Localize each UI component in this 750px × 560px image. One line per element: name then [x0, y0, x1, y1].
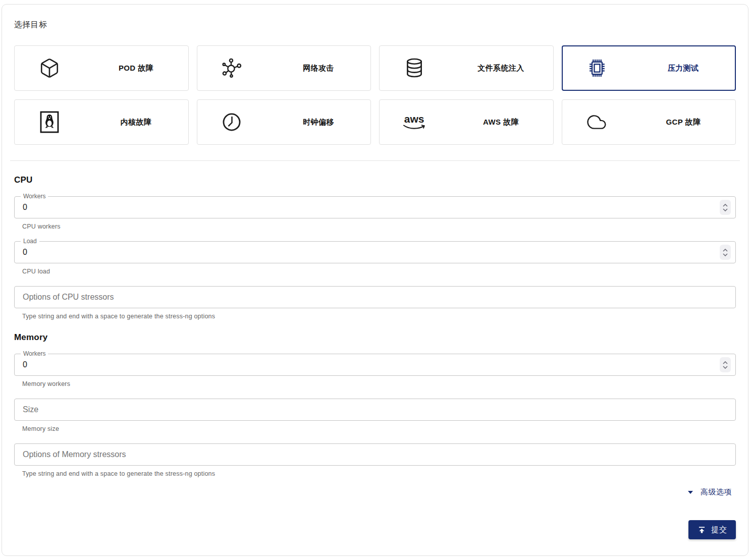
number-stepper[interactable] — [720, 357, 731, 372]
memory-options-helper: Type string and end with a space to gene… — [22, 470, 728, 477]
publish-icon — [697, 525, 707, 535]
memory-workers-helper: Memory workers — [22, 380, 728, 387]
cpu-options-field — [14, 286, 736, 308]
clock-icon — [197, 111, 266, 133]
cpu-load-helper: CPU load — [22, 268, 728, 275]
target-card-label: 内核故障 — [121, 118, 152, 127]
chevron-up-icon — [723, 204, 728, 207]
target-card-gcp-fault[interactable]: GCP 故障 — [562, 99, 736, 145]
target-card-network-attack[interactable]: 网络攻击 — [197, 45, 371, 91]
chevron-down-icon — [723, 253, 728, 256]
chevron-down-icon — [723, 208, 728, 211]
target-card-label: 网络攻击 — [303, 64, 334, 73]
number-stepper[interactable] — [720, 245, 731, 260]
target-card-filesystem-inject[interactable]: 文件系统注入 — [379, 45, 554, 91]
target-picker-section: 选择目标 POD 故障 — [2, 5, 748, 145]
chevron-down-icon — [723, 366, 728, 369]
memory-workers-input[interactable] — [15, 354, 735, 375]
target-picker-title: 选择目标 — [14, 20, 736, 30]
memory-size-field — [14, 399, 736, 421]
network-nodes-icon — [197, 58, 266, 79]
cpu-workers-field: Workers — [14, 196, 736, 218]
target-card-label: 时钟偏移 — [303, 118, 334, 127]
advanced-options-toggle[interactable]: 高级选项 — [14, 487, 736, 497]
memory-workers-label: Workers — [21, 350, 48, 357]
target-card-pod-fault[interactable]: POD 故障 — [14, 45, 189, 91]
memory-section-heading: Memory — [14, 332, 736, 343]
cpu-load-field: Load — [14, 241, 736, 263]
target-card-label: 压力测试 — [668, 64, 699, 73]
submit-button[interactable]: 提交 — [688, 520, 736, 539]
memory-size-helper: Memory size — [22, 425, 728, 432]
experiment-panel: 选择目标 POD 故障 — [2, 4, 748, 556]
target-card-label: 文件系统注入 — [477, 64, 524, 73]
cube-icon — [15, 58, 84, 79]
target-card-label: AWS 故障 — [483, 118, 519, 127]
cpu-workers-label: Workers — [21, 193, 48, 200]
stress-form: CPU Workers CPU workers Load CPU load Ty… — [2, 161, 748, 539]
submit-button-label: 提交 — [711, 525, 727, 535]
target-card-label: POD 故障 — [119, 64, 153, 73]
cpu-options-helper: Type string and end with a space to gene… — [22, 313, 728, 320]
number-stepper[interactable] — [720, 200, 731, 215]
database-icon — [380, 57, 449, 79]
cpu-load-input[interactable] — [15, 242, 735, 263]
target-card-aws-fault[interactable]: aws AWS 故障 — [379, 99, 554, 145]
aws-logo-icon: aws — [380, 114, 449, 131]
memory-size-input[interactable] — [15, 399, 735, 420]
advanced-options-label: 高级选项 — [701, 487, 732, 497]
target-card-stress-test[interactable]: 压力测试 — [562, 45, 736, 91]
chevron-up-icon — [723, 361, 728, 364]
cloud-icon — [562, 113, 631, 132]
target-card-clock-skew[interactable]: 时钟偏移 — [197, 99, 371, 145]
cpu-options-input[interactable] — [15, 287, 735, 308]
memory-options-input[interactable] — [15, 444, 735, 465]
memory-workers-field: Workers — [14, 354, 736, 376]
linux-tux-icon — [15, 110, 84, 134]
target-type-grid: POD 故障 网络攻击 — [14, 45, 736, 145]
target-card-kernel-fault[interactable]: 内核故障 — [14, 99, 189, 145]
cpu-workers-helper: CPU workers — [22, 223, 728, 230]
cpu-workers-input[interactable] — [15, 197, 735, 218]
cpu-chip-icon — [563, 57, 632, 79]
chevron-up-icon — [723, 249, 728, 252]
cpu-load-label: Load — [21, 238, 39, 245]
cpu-section-heading: CPU — [14, 175, 736, 185]
triangle-down-icon — [687, 490, 693, 494]
memory-options-field — [14, 443, 736, 466]
target-card-label: GCP 故障 — [666, 118, 701, 127]
